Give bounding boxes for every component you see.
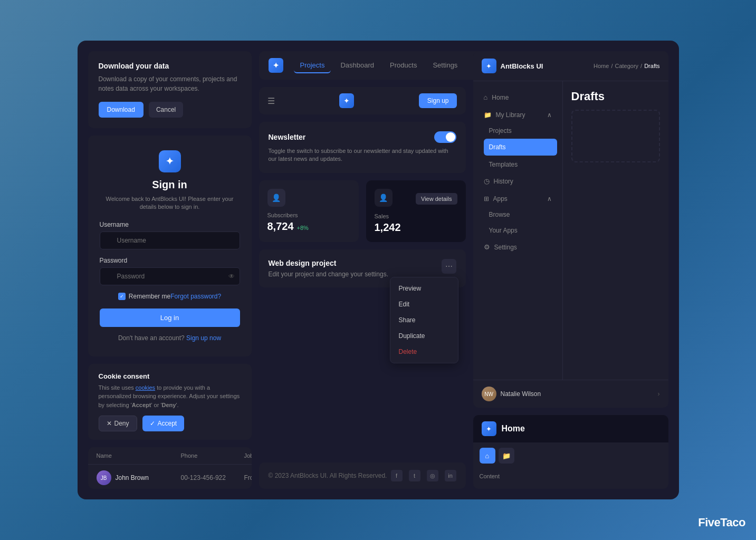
table-card: Name Phone Job Gross Amount ⇅ Status JB … [88,447,252,489]
deny-label: Deny [114,420,129,427]
nav-item-projects[interactable]: Projects [294,58,331,73]
nav-item-dashboard[interactable]: Dashboard [334,58,380,73]
copyright-text: © 2023 AntBlocks UI. All Rights Reserved… [269,472,387,479]
home-card-header: ✦ Home [473,415,668,442]
no-account-text: Don't have an account? [118,334,185,342]
sales-card: 👤 View details Sales 1,242 [366,180,466,242]
home-card: ✦ Home ⌂ 📁 Content [473,415,668,489]
login-button[interactable]: Log in [100,308,240,327]
toggle-knob [446,132,455,142]
th-name: Name [97,452,181,459]
sidebar-item-drafts[interactable]: Drafts [484,139,557,156]
twitter-icon[interactable]: t [409,470,420,481]
subscribers-value-row: 8,724 +8% [267,220,350,233]
username-label: Username [100,221,240,228]
breadcrumb-home[interactable]: Home [594,63,609,69]
home-nav-home-icon[interactable]: ⌂ [480,448,495,464]
password-input[interactable] [100,267,240,285]
signin-logo: ✦ [159,150,181,172]
breadcrumb-current: Drafts [644,63,659,69]
home-nav-folder-icon[interactable]: 📁 [499,448,514,464]
hamburger-menu-icon[interactable]: ☰ [267,96,275,106]
sidebar-section-main: ⌂ Home 📁 My Library ∧ Projects [473,89,562,256]
x-icon: ✕ [107,420,112,427]
middle-column: ☰ ✦ Sign up Newsletter Toggle the switch… [259,87,466,455]
accept-button[interactable]: ✓ Accept [142,416,185,431]
sidebar-item-templates[interactable]: Templates [484,157,557,172]
apps-label: Apps [493,195,508,202]
project-title: Web design project [269,259,388,267]
remember-me-label[interactable]: ✓ Remember me [118,293,170,300]
eye-icon[interactable]: 👁 [228,273,235,280]
sidebar-item-settings[interactable]: ⚙ Settings [479,238,557,256]
home-title: Home [502,424,525,433]
sidebar-item-your-apps[interactable]: Your Apps [484,223,557,238]
download-button[interactable]: Download [99,102,143,118]
signup-button[interactable]: Sign up [419,93,457,108]
nav-item-products[interactable]: Products [384,58,423,73]
sidebar-item-home[interactable]: ⌂ Home [479,89,557,106]
sidebar-item-history[interactable]: ◷ History [479,172,557,190]
footer-bar: © 2023 AntBlocks UI. All Rights Reserved… [259,462,466,489]
remember-checkbox[interactable]: ✓ [118,293,126,300]
nav-item-settings[interactable]: Settings [426,58,464,73]
instagram-icon[interactable]: ◎ [427,470,438,481]
settings-label: Settings [494,244,517,251]
sales-value: 1,242 [375,221,457,234]
subscribers-value: 8,724 [267,220,294,233]
nav-logo: ✦ [339,93,354,108]
password-form-group: Password 🔒 👁 [100,257,240,285]
forgot-password-link[interactable]: Forgot password? [170,293,221,300]
newsletter-toggle[interactable] [434,131,456,143]
signup-prompt: Don't have an account? Sign up now [118,334,221,342]
user-name: Natalie Wilson [501,390,541,398]
cookie-title: Cookie consent [99,372,241,380]
cookie-card: Cookie consent This site uses cookies to… [88,364,252,440]
project-info: Web design project Edit your project and… [269,259,388,278]
sidebar-sub-library: Projects Drafts Templates [479,123,557,172]
cell-phone: 00-123-456-922 [181,474,244,481]
sales-icon: 👤 [375,189,393,207]
sidebar-group-apps[interactable]: ⊞ Apps ∧ [479,191,557,207]
newsletter-text: Toggle the switch to subscribe to our ne… [269,147,456,163]
sidebar-group-my-library[interactable]: 📁 My Library ∧ [479,107,557,123]
drafts-dashed-area [571,110,660,162]
sales-label: Sales [375,213,457,219]
download-title: Download your data [99,62,241,70]
home-logo-icon: ✦ [482,421,496,436]
form-options-row: ✓ Remember me Forgot password? [118,293,221,300]
project-card: Web design project Edit your project and… [259,249,466,287]
fivetaco-watermark: FiveTaco [698,516,745,529]
dropdown-item-duplicate[interactable]: Duplicate [390,328,458,344]
sidebar-item-projects[interactable]: Projects [484,123,557,139]
view-details-button[interactable]: View details [416,193,457,205]
dropdown-item-delete[interactable]: Delete [390,344,458,360]
newsletter-card: Newsletter Toggle the switch to subscrib… [259,122,466,173]
history-label: History [494,178,513,185]
breadcrumb-category[interactable]: Category [615,63,638,69]
facebook-icon[interactable]: f [391,470,403,481]
dropdown-item-edit[interactable]: Edit [390,296,458,312]
username-input[interactable] [100,232,240,249]
th-phone: Phone [181,452,244,459]
deny-button[interactable]: ✕ Deny [99,416,137,431]
download-actions: Download Cancel [99,102,241,118]
avatar: JB [97,470,111,485]
library-icon: 📁 [484,111,492,119]
sidebar-sub-apps: Browse Your Apps [479,207,557,238]
signup-link[interactable]: Sign up now [186,334,221,342]
dropdown-item-preview[interactable]: Preview [390,281,458,296]
chevron-right-icon: › [658,390,660,398]
sales-header: 👤 View details [375,189,457,209]
linkedin-icon[interactable]: in [445,470,456,481]
dropdown-item-share[interactable]: Share [390,312,458,328]
cookie-link[interactable]: cookies [136,384,155,391]
sidebar-nav: ⌂ Home 📁 My Library ∧ Projects [473,81,563,380]
project-menu-button[interactable]: ⋯ [442,259,456,274]
sidebar-item-browse[interactable]: Browse [484,207,557,223]
subscribers-card: 👤 Subscribers 8,724 +8% [259,180,359,242]
home-nav-icons: ⌂ 📁 [473,442,668,469]
sidebar-user[interactable]: NW Natalie Wilson › [473,380,668,408]
apps-group: ⊞ Apps [484,195,508,202]
cancel-button[interactable]: Cancel [149,102,183,118]
